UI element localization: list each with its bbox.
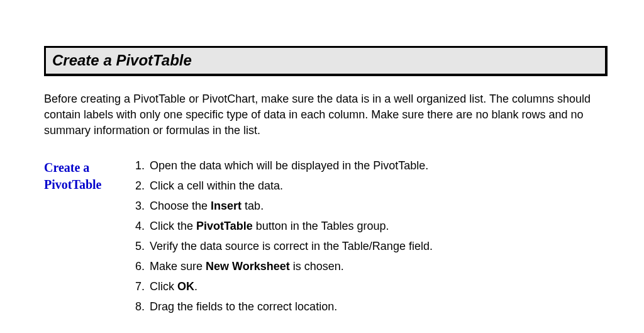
sidebar-label-line2: PivotTable — [44, 178, 102, 191]
step-text: Click the PivotTable button in the Table… — [150, 220, 608, 233]
step-number: 4. — [131, 220, 150, 233]
step-item: 4. Click the PivotTable button in the Ta… — [131, 220, 608, 233]
step-item: 5. Verify the data source is correct in … — [131, 240, 608, 253]
step-number: 5. — [131, 240, 150, 253]
step-number: 8. — [131, 300, 150, 313]
step-number: 2. — [131, 179, 150, 193]
step-number: 3. — [131, 200, 150, 213]
sidebar-label-line1: Create a — [44, 161, 89, 174]
step-item: 6. Make sure New Worksheet is chosen. — [131, 260, 608, 273]
step-item: 3. Choose the Insert tab. — [131, 200, 608, 213]
step-text: Open the data which will be displayed in… — [150, 159, 608, 172]
step-text: Drag the fields to the correct location. — [150, 300, 608, 313]
section-heading-box: Create a PivotTable — [44, 46, 608, 76]
step-text: Make sure New Worksheet is chosen. — [150, 260, 608, 273]
sidebar-label: Create a PivotTable — [44, 159, 126, 193]
intro-paragraph: Before creating a PivotTable or PivotCha… — [44, 91, 608, 139]
step-number: 6. — [131, 260, 150, 273]
step-item: 8. Drag the fields to the correct locati… — [131, 300, 608, 313]
steps-list: 1. Open the data which will be displayed… — [126, 159, 608, 320]
content-row: Create a PivotTable 1. Open the data whi… — [44, 159, 608, 320]
step-number: 1. — [131, 159, 150, 172]
step-number: 7. — [131, 280, 150, 293]
step-item: 1. Open the data which will be displayed… — [131, 159, 608, 172]
step-item: 2. Click a cell within the data. — [131, 179, 608, 193]
section-heading: Create a PivotTable — [52, 52, 599, 69]
step-item: 7. Click OK. — [131, 280, 608, 293]
step-text: Choose the Insert tab. — [150, 200, 608, 213]
step-text: Click a cell within the data. — [150, 179, 608, 193]
step-text: Verify the data source is correct in the… — [150, 240, 608, 253]
step-text: Click OK. — [150, 280, 608, 293]
